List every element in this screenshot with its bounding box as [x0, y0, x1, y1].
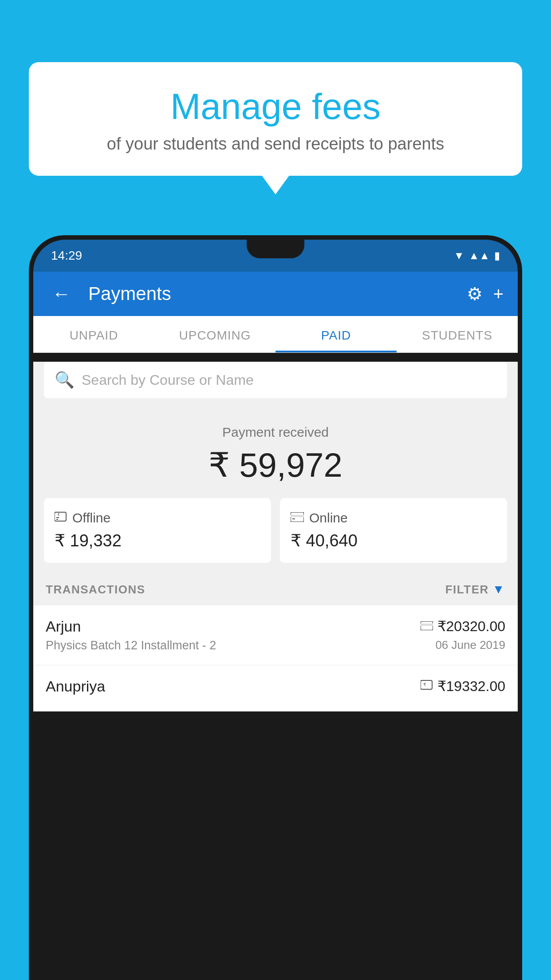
filter-icon: ▼	[492, 582, 505, 597]
settings-button[interactable]: ⚙	[467, 284, 483, 304]
transaction-amount: ₹20320.00	[437, 618, 505, 635]
svg-rect-0	[55, 512, 66, 521]
filter-label: FILTER	[445, 583, 489, 597]
online-icon	[291, 511, 304, 525]
transaction-course: Physics Batch 12 Installment - 2	[46, 639, 421, 652]
signal-icon: ▲▲	[468, 249, 490, 262]
transactions-header: TRANSACTIONS FILTER ▼	[33, 573, 518, 605]
table-row: Anupriya ₹ ₹19332.00	[33, 665, 518, 711]
offline-payment-icon: ₹	[421, 680, 433, 693]
online-card-header: Online	[291, 510, 496, 526]
svg-rect-5	[291, 515, 304, 517]
search-bar[interactable]: 🔍 Search by Course or Name	[44, 362, 507, 398]
tab-unpaid[interactable]: UNPAID	[33, 316, 154, 352]
transaction-right-anupriya: ₹ ₹19332.00	[421, 678, 505, 698]
online-amount: ₹ 40,640	[291, 531, 496, 550]
tab-students[interactable]: STUDENTS	[397, 316, 518, 352]
payment-cards: ₹ Offline ₹ 19,332 Online	[33, 498, 518, 573]
svg-rect-8	[421, 624, 433, 626]
page-title: Payments	[88, 283, 458, 304]
wifi-icon: ▼	[454, 249, 464, 262]
offline-amount: ₹ 19,332	[55, 531, 260, 550]
phone-frame: 14:29 ▼ ▲▲ ▮ ← Payments ⚙ +	[29, 235, 522, 980]
transaction-left-arjun: Arjun Physics Batch 12 Installment - 2	[46, 618, 421, 652]
tab-upcoming[interactable]: UPCOMING	[154, 316, 276, 352]
bubble-subtitle: of your students and send receipts to pa…	[55, 134, 496, 154]
background: Manage fees of your students and send re…	[0, 0, 551, 980]
transaction-right-arjun: ₹20320.00 06 June 2019	[421, 618, 505, 652]
tabs: UNPAID UPCOMING PAID STUDENTS	[33, 316, 518, 353]
notch	[247, 240, 304, 258]
status-bar: 14:29 ▼ ▲▲ ▮	[33, 240, 518, 272]
payment-received-label: Payment received	[44, 425, 507, 440]
transaction-list: Arjun Physics Batch 12 Installment - 2 ₹…	[33, 605, 518, 711]
filter-button[interactable]: FILTER ▼	[445, 582, 505, 597]
bubble-title: Manage fees	[55, 87, 496, 126]
transaction-amount: ₹19332.00	[437, 678, 505, 695]
status-icons: ▼ ▲▲ ▮	[454, 249, 500, 262]
app-bar-actions: ⚙ +	[467, 284, 504, 304]
transaction-name: Anupriya	[46, 678, 421, 695]
transaction-date: 06 June 2019	[421, 638, 505, 652]
transaction-amount-row: ₹ ₹19332.00	[421, 678, 505, 695]
search-icon: 🔍	[55, 371, 75, 389]
card-payment-icon	[421, 620, 433, 633]
tab-paid[interactable]: PAID	[276, 316, 397, 352]
phone-inner: 14:29 ▼ ▲▲ ▮ ← Payments ⚙ +	[33, 240, 518, 980]
transaction-left-anupriya: Anupriya	[46, 678, 421, 699]
svg-rect-9	[421, 680, 432, 689]
total-payment-amount: ₹ 59,972	[44, 445, 507, 485]
app-bar: ← Payments ⚙ +	[33, 272, 518, 316]
online-payment-card: Online ₹ 40,640	[280, 498, 507, 563]
content-area: 🔍 Search by Course or Name Payment recei…	[33, 362, 518, 711]
table-row: Arjun Physics Batch 12 Installment - 2 ₹…	[33, 605, 518, 665]
transactions-label: TRANSACTIONS	[46, 583, 146, 597]
speech-bubble: Manage fees of your students and send re…	[29, 62, 522, 176]
payment-received-section: Payment received ₹ 59,972	[33, 407, 518, 498]
offline-icon: ₹	[55, 511, 67, 525]
online-label: Online	[309, 510, 348, 526]
offline-label: Offline	[72, 510, 110, 526]
transaction-name: Arjun	[46, 618, 421, 635]
transaction-amount-row: ₹20320.00	[421, 618, 505, 635]
add-button[interactable]: +	[493, 284, 504, 304]
svg-text:₹: ₹	[423, 682, 426, 687]
status-time: 14:29	[51, 249, 82, 263]
back-button[interactable]: ←	[47, 279, 75, 309]
speech-bubble-container: Manage fees of your students and send re…	[29, 62, 522, 176]
offline-card-header: ₹ Offline	[55, 510, 260, 526]
search-placeholder-text: Search by Course or Name	[82, 372, 254, 388]
offline-payment-card: ₹ Offline ₹ 19,332	[44, 498, 271, 563]
svg-text:₹: ₹	[57, 513, 60, 517]
battery-icon: ▮	[494, 249, 500, 262]
